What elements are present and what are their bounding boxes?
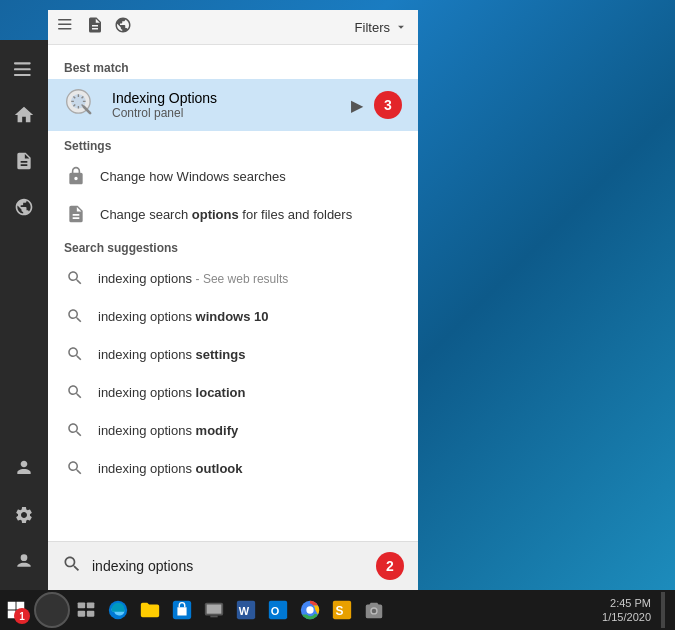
sidebar-item-home[interactable] (0, 92, 48, 138)
svg-rect-13 (87, 611, 95, 617)
sidebar (0, 40, 48, 590)
search-input-display[interactable]: indexing options (92, 558, 362, 574)
cursor-arrow: ▶ (351, 96, 363, 115)
sidebar-item-user[interactable] (0, 446, 48, 492)
svg-rect-4 (58, 19, 72, 21)
best-match-label: Best match (48, 53, 418, 79)
suggestion-5-text: indexing options modify (98, 423, 238, 438)
suggestion-item-1[interactable]: indexing options - See web results (48, 259, 418, 297)
best-match-item[interactable]: Indexing Options Control panel ▶ 3 (48, 79, 418, 131)
lock-icon (64, 164, 88, 188)
taskbar-tray: 2:45 PM1/15/2020 (602, 592, 675, 628)
settings-item-2[interactable]: Change search options for files and fold… (48, 195, 418, 233)
svg-point-3 (21, 554, 28, 561)
suggestion-item-6[interactable]: indexing options outlook (48, 449, 418, 487)
svg-point-24 (306, 606, 313, 613)
taskbar-edge[interactable] (102, 594, 134, 626)
sidebar-hamburger[interactable] (0, 46, 48, 92)
suggestion-6-text: indexing options outlook (98, 461, 243, 476)
taskbar-file-explorer[interactable] (134, 594, 166, 626)
search-footer-icon (62, 554, 82, 578)
svg-text:O: O (271, 605, 280, 617)
search-icon-5 (64, 419, 86, 441)
svg-rect-0 (14, 62, 31, 64)
toolbar-globe-icon[interactable] (114, 16, 132, 38)
svg-rect-18 (210, 616, 217, 618)
best-match-title: Indexing Options (112, 90, 217, 106)
badge-3: 3 (374, 91, 402, 119)
suggestion-item-4[interactable]: indexing options location (48, 373, 418, 411)
taskbar-search-button[interactable] (34, 592, 70, 628)
search-panel: Filters Best match Indexing Options (48, 10, 418, 590)
show-desktop-button[interactable] (661, 592, 665, 628)
svg-rect-1 (14, 68, 31, 70)
svg-rect-6 (58, 28, 72, 30)
suggestions-label: Search suggestions (48, 233, 418, 259)
search-icon-2 (64, 305, 86, 327)
taskbar: 1 (0, 590, 675, 630)
settings-item-1-text: Change how Windows searches (100, 169, 286, 184)
settings-label: Settings (48, 131, 418, 157)
sidebar-item-documents[interactable] (0, 138, 48, 184)
search-icon-4 (64, 381, 86, 403)
document-settings-icon (64, 202, 88, 226)
sidebar-item-person[interactable] (0, 538, 48, 584)
svg-rect-2 (14, 74, 31, 76)
suggestion-2-text: indexing options windows 10 (98, 309, 269, 324)
svg-rect-5 (58, 24, 72, 26)
search-footer: indexing options 2 (48, 541, 418, 590)
svg-rect-17 (207, 605, 222, 614)
svg-text:S: S (336, 604, 344, 618)
suggestion-item-2[interactable]: indexing options windows 10 (48, 297, 418, 335)
taskbar-word[interactable]: W (230, 594, 262, 626)
search-icon-3 (64, 343, 86, 365)
taskbar-chrome[interactable] (294, 594, 326, 626)
search-icon-6 (64, 457, 86, 479)
suggestion-item-3[interactable]: indexing options settings (48, 335, 418, 373)
taskbar-camera[interactable] (358, 594, 390, 626)
svg-rect-12 (78, 611, 86, 617)
search-results: Best match Indexing Options Control pane… (48, 45, 418, 541)
svg-rect-10 (78, 603, 86, 609)
suggestion-4-text: indexing options location (98, 385, 245, 400)
settings-item-1[interactable]: Change how Windows searches (48, 157, 418, 195)
svg-point-28 (372, 609, 377, 614)
best-match-text: Indexing Options Control panel (112, 90, 217, 120)
search-icon-1 (64, 267, 86, 289)
taskbar-outlook[interactable]: O (262, 594, 294, 626)
suggestion-1-text: indexing options - See web results (98, 271, 288, 286)
toolbar-hamburger-icon[interactable] (58, 16, 76, 38)
chevron-down-icon (394, 20, 408, 34)
filters-button[interactable]: Filters (355, 20, 408, 35)
suggestion-3-text: indexing options settings (98, 347, 245, 362)
search-toolbar: Filters (48, 10, 418, 45)
toolbar-document-icon[interactable] (86, 16, 104, 38)
task-view-button[interactable] (70, 594, 102, 626)
settings-item-2-text: Change search options for files and fold… (100, 207, 352, 222)
svg-rect-11 (87, 603, 95, 609)
tray-time: 2:45 PM1/15/2020 (602, 596, 651, 625)
suggestion-item-5[interactable]: indexing options modify (48, 411, 418, 449)
sidebar-item-settings[interactable] (0, 492, 48, 538)
taskbar-slideshow[interactable]: S (326, 594, 358, 626)
sidebar-item-globe[interactable] (0, 184, 48, 230)
best-match-subtitle: Control panel (112, 106, 217, 120)
toolbar-icons (58, 16, 132, 38)
taskbar-store[interactable] (166, 594, 198, 626)
badge-2: 2 (376, 552, 404, 580)
indexing-options-icon (64, 87, 100, 123)
start-button[interactable]: 1 (0, 594, 32, 626)
badge-1: 1 (14, 608, 30, 624)
svg-text:W: W (239, 605, 250, 617)
taskbar-device[interactable] (198, 594, 230, 626)
filters-label: Filters (355, 20, 390, 35)
